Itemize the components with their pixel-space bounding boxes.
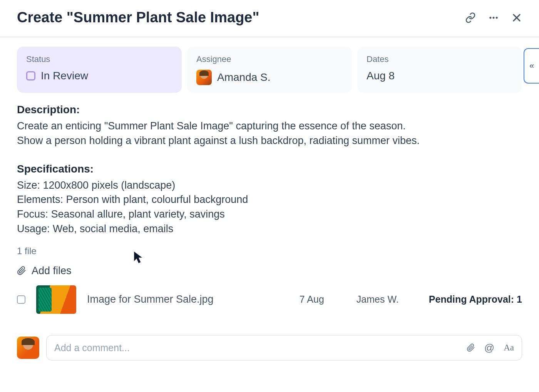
status-card[interactable]: Status In Review — [17, 47, 182, 93]
header: Create "Summer Plant Sale Image" — [0, 0, 539, 37]
description-line: Show a person holding a vibrant plant ag… — [17, 134, 522, 148]
file-name: Image for Summer Sale.jpg — [87, 293, 289, 305]
svg-point-0 — [489, 17, 491, 18]
avatar — [17, 337, 39, 359]
mention-icon[interactable]: @ — [484, 342, 494, 354]
file-checkbox[interactable] — [17, 295, 25, 304]
specifications-list: Size: 1200x800 pixels (landscape) Elemen… — [17, 178, 522, 236]
file-row[interactable]: Image for Summer Sale.jpg 7 Aug James W.… — [17, 284, 522, 315]
description-line: Create an enticing "Summer Plant Sale Im… — [17, 119, 522, 134]
add-files-label: Add files — [32, 265, 72, 277]
comment-bar: @ Aa — [17, 335, 522, 360]
comment-input-wrap[interactable]: @ Aa — [46, 335, 522, 360]
specifications-heading: Specifications: — [17, 163, 522, 175]
description-text: Create an enticing "Summer Plant Sale Im… — [17, 119, 522, 148]
chevron-double-left-icon: « — [529, 61, 534, 71]
assignee-value: Amanda S. — [196, 70, 343, 85]
file-status: Pending Approval: 1 — [429, 294, 522, 305]
spec-elements: Elements: Person with plant, colourful b… — [17, 193, 522, 207]
assignee-name: Amanda S. — [217, 71, 271, 84]
add-files-button[interactable]: Add files — [17, 265, 522, 277]
status-checkbox-icon[interactable] — [26, 71, 35, 80]
header-actions — [465, 12, 522, 23]
files-section: 1 file Add files Image for Summer Sale.j… — [0, 236, 539, 315]
spec-focus: Focus: Seasonal allure, plant variety, s… — [17, 207, 522, 222]
spec-usage: Usage: Web, social media, emails — [17, 222, 522, 236]
dates-value: Aug 8 — [367, 70, 513, 82]
comment-toolbar: @ Aa — [467, 342, 514, 354]
dates-card[interactable]: Dates Aug 8 — [357, 47, 522, 93]
summary-cards: Status In Review Assignee Amanda S. Date… — [0, 37, 539, 93]
dates-label: Dates — [367, 54, 513, 64]
status-text: In Review — [41, 70, 88, 82]
status-label: Status — [26, 54, 172, 64]
file-thumbnail[interactable] — [36, 285, 76, 314]
more-icon[interactable] — [488, 12, 499, 23]
text-format-icon[interactable]: Aa — [504, 343, 514, 353]
description-heading: Description: — [17, 104, 522, 116]
close-icon[interactable] — [511, 12, 522, 23]
collapse-panel-button[interactable]: « — [524, 48, 539, 84]
link-icon[interactable] — [465, 12, 476, 23]
assignee-card[interactable]: Assignee Amanda S. — [187, 47, 352, 93]
status-value: In Review — [26, 70, 172, 82]
file-date: 7 Aug — [300, 294, 346, 305]
file-author: James W. — [357, 294, 418, 305]
svg-point-2 — [496, 17, 498, 18]
spec-size: Size: 1200x800 pixels (landscape) — [17, 178, 522, 193]
svg-point-1 — [492, 17, 494, 18]
task-body: Description: Create an enticing "Summer … — [0, 93, 539, 236]
assignee-label: Assignee — [196, 54, 343, 64]
avatar — [196, 70, 212, 85]
file-count: 1 file — [17, 246, 522, 256]
attach-icon[interactable] — [467, 343, 475, 353]
paperclip-icon — [17, 265, 26, 276]
comment-input[interactable] — [54, 342, 459, 353]
page-title: Create "Summer Plant Sale Image" — [17, 9, 259, 26]
